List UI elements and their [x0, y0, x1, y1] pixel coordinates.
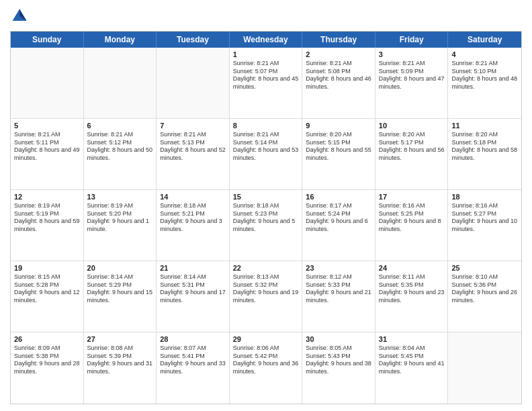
calendar-cell: 10Sunrise: 8:20 AM Sunset: 5:17 PM Dayli… [375, 119, 449, 189]
calendar-body: 1Sunrise: 8:21 AM Sunset: 5:07 PM Daylig… [11, 48, 521, 404]
calendar-cell: 22Sunrise: 8:13 AM Sunset: 5:32 PM Dayli… [230, 261, 303, 332]
cell-info: Sunrise: 8:21 AM Sunset: 5:10 PM Dayligh… [451, 60, 518, 91]
day-number: 15 [233, 193, 299, 201]
cell-info: Sunrise: 8:21 AM Sunset: 5:07 PM Dayligh… [233, 60, 299, 91]
day-number: 21 [160, 264, 226, 272]
header-day: Tuesday [157, 32, 230, 48]
header-day: Friday [375, 32, 449, 48]
cell-info: Sunrise: 8:17 AM Sunset: 5:24 PM Dayligh… [306, 202, 371, 234]
calendar-cell: 9Sunrise: 8:20 AM Sunset: 5:15 PM Daylig… [302, 119, 375, 189]
cell-info: Sunrise: 8:06 AM Sunset: 5:42 PM Dayligh… [233, 345, 299, 376]
cell-info: Sunrise: 8:08 AM Sunset: 5:39 PM Dayligh… [87, 345, 153, 376]
calendar-header: SundayMondayTuesdayWednesdayThursdayFrid… [11, 32, 521, 48]
calendar-cell: 4Sunrise: 8:21 AM Sunset: 5:10 PM Daylig… [448, 48, 521, 118]
calendar-cell: 6Sunrise: 8:21 AM Sunset: 5:12 PM Daylig… [84, 119, 157, 189]
cell-info: Sunrise: 8:14 AM Sunset: 5:29 PM Dayligh… [87, 273, 153, 305]
calendar-row: 1Sunrise: 8:21 AM Sunset: 5:07 PM Daylig… [11, 48, 521, 119]
cell-info: Sunrise: 8:09 AM Sunset: 5:38 PM Dayligh… [14, 345, 80, 376]
day-number: 1 [233, 50, 299, 58]
calendar-cell: 8Sunrise: 8:21 AM Sunset: 5:14 PM Daylig… [230, 119, 303, 189]
day-number: 22 [233, 264, 299, 272]
day-number: 9 [306, 122, 371, 130]
calendar-cell: 31Sunrise: 8:04 AM Sunset: 5:45 PM Dayli… [375, 332, 449, 404]
day-number: 19 [14, 264, 80, 272]
day-number: 28 [160, 335, 226, 343]
calendar-cell: 23Sunrise: 8:12 AM Sunset: 5:33 PM Dayli… [302, 261, 375, 332]
day-number: 2 [306, 50, 371, 58]
day-number: 31 [379, 335, 445, 343]
day-number: 11 [451, 122, 518, 130]
calendar-cell [84, 48, 157, 118]
day-number: 5 [14, 122, 80, 130]
calendar-row: 19Sunrise: 8:15 AM Sunset: 5:28 PM Dayli… [11, 261, 521, 332]
cell-info: Sunrise: 8:18 AM Sunset: 5:21 PM Dayligh… [160, 202, 226, 234]
day-number: 20 [87, 264, 153, 272]
page: SundayMondayTuesdayWednesdayThursdayFrid… [0, 0, 532, 411]
calendar-cell: 26Sunrise: 8:09 AM Sunset: 5:38 PM Dayli… [11, 332, 84, 404]
calendar: SundayMondayTuesdayWednesdayThursdayFrid… [10, 31, 522, 404]
cell-info: Sunrise: 8:16 AM Sunset: 5:25 PM Dayligh… [379, 202, 445, 234]
day-number: 12 [14, 193, 80, 201]
day-number: 14 [160, 193, 226, 201]
cell-info: Sunrise: 8:18 AM Sunset: 5:23 PM Dayligh… [233, 202, 299, 234]
calendar-cell: 7Sunrise: 8:21 AM Sunset: 5:13 PM Daylig… [157, 119, 230, 189]
day-number: 29 [233, 335, 299, 343]
day-number: 7 [160, 122, 226, 130]
cell-info: Sunrise: 8:21 AM Sunset: 5:08 PM Dayligh… [306, 60, 371, 91]
day-number: 26 [14, 335, 80, 343]
header [10, 7, 522, 26]
calendar-cell: 1Sunrise: 8:21 AM Sunset: 5:07 PM Daylig… [230, 48, 303, 118]
calendar-cell: 24Sunrise: 8:11 AM Sunset: 5:35 PM Dayli… [375, 261, 449, 332]
day-number: 13 [87, 193, 153, 201]
header-day: Wednesday [230, 32, 303, 48]
calendar-row: 26Sunrise: 8:09 AM Sunset: 5:38 PM Dayli… [11, 332, 521, 404]
calendar-cell: 25Sunrise: 8:10 AM Sunset: 5:36 PM Dayli… [448, 261, 521, 332]
cell-info: Sunrise: 8:19 AM Sunset: 5:20 PM Dayligh… [87, 202, 153, 234]
day-number: 23 [306, 264, 371, 272]
day-number: 18 [451, 193, 518, 201]
cell-info: Sunrise: 8:12 AM Sunset: 5:33 PM Dayligh… [306, 273, 371, 305]
cell-info: Sunrise: 8:15 AM Sunset: 5:28 PM Dayligh… [14, 273, 80, 305]
day-number: 25 [451, 264, 518, 272]
header-day: Saturday [448, 32, 521, 48]
calendar-cell: 14Sunrise: 8:18 AM Sunset: 5:21 PM Dayli… [157, 190, 230, 261]
day-number: 6 [87, 122, 153, 130]
cell-info: Sunrise: 8:04 AM Sunset: 5:45 PM Dayligh… [379, 345, 445, 376]
calendar-cell: 19Sunrise: 8:15 AM Sunset: 5:28 PM Dayli… [11, 261, 84, 332]
header-day: Thursday [302, 32, 375, 48]
calendar-cell: 21Sunrise: 8:14 AM Sunset: 5:31 PM Dayli… [157, 261, 230, 332]
calendar-cell: 16Sunrise: 8:17 AM Sunset: 5:24 PM Dayli… [302, 190, 375, 261]
calendar-cell [448, 332, 521, 404]
calendar-cell: 11Sunrise: 8:20 AM Sunset: 5:18 PM Dayli… [448, 119, 521, 189]
day-number: 10 [379, 122, 445, 130]
header-day: Monday [84, 32, 157, 48]
calendar-cell: 20Sunrise: 8:14 AM Sunset: 5:29 PM Dayli… [84, 261, 157, 332]
cell-info: Sunrise: 8:07 AM Sunset: 5:41 PM Dayligh… [160, 345, 226, 376]
calendar-cell: 12Sunrise: 8:19 AM Sunset: 5:19 PM Dayli… [11, 190, 84, 261]
cell-info: Sunrise: 8:10 AM Sunset: 5:36 PM Dayligh… [451, 273, 518, 305]
cell-info: Sunrise: 8:13 AM Sunset: 5:32 PM Dayligh… [233, 273, 299, 305]
calendar-cell: 5Sunrise: 8:21 AM Sunset: 5:11 PM Daylig… [11, 119, 84, 189]
day-number: 30 [306, 335, 371, 343]
cell-info: Sunrise: 8:05 AM Sunset: 5:43 PM Dayligh… [306, 345, 371, 376]
day-number: 8 [233, 122, 299, 130]
cell-info: Sunrise: 8:20 AM Sunset: 5:15 PM Dayligh… [306, 131, 371, 163]
header-day: Sunday [11, 32, 84, 48]
calendar-cell: 13Sunrise: 8:19 AM Sunset: 5:20 PM Dayli… [84, 190, 157, 261]
calendar-row: 5Sunrise: 8:21 AM Sunset: 5:11 PM Daylig… [11, 119, 521, 190]
calendar-cell: 29Sunrise: 8:06 AM Sunset: 5:42 PM Dayli… [230, 332, 303, 404]
day-number: 3 [379, 50, 445, 58]
cell-info: Sunrise: 8:21 AM Sunset: 5:12 PM Dayligh… [87, 131, 153, 163]
calendar-cell: 30Sunrise: 8:05 AM Sunset: 5:43 PM Dayli… [302, 332, 375, 404]
cell-info: Sunrise: 8:20 AM Sunset: 5:18 PM Dayligh… [451, 131, 518, 163]
day-number: 16 [306, 193, 371, 201]
cell-info: Sunrise: 8:19 AM Sunset: 5:19 PM Dayligh… [14, 202, 80, 234]
cell-info: Sunrise: 8:14 AM Sunset: 5:31 PM Dayligh… [160, 273, 226, 305]
day-number: 24 [379, 264, 445, 272]
cell-info: Sunrise: 8:16 AM Sunset: 5:27 PM Dayligh… [451, 202, 518, 234]
calendar-cell: 18Sunrise: 8:16 AM Sunset: 5:27 PM Dayli… [448, 190, 521, 261]
cell-info: Sunrise: 8:21 AM Sunset: 5:13 PM Dayligh… [160, 131, 226, 163]
logo-icon [10, 7, 29, 26]
calendar-cell: 27Sunrise: 8:08 AM Sunset: 5:39 PM Dayli… [84, 332, 157, 404]
cell-info: Sunrise: 8:21 AM Sunset: 5:14 PM Dayligh… [233, 131, 299, 163]
